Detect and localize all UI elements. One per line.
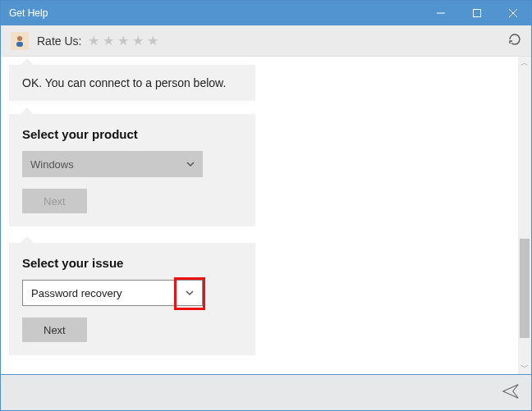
- svg-rect-5: [16, 42, 23, 47]
- send-button[interactable]: [502, 382, 520, 404]
- title-bar: Get Help: [1, 1, 531, 25]
- message-text: OK. You can connect to a person below.: [22, 76, 226, 89]
- rate-us-label: Rate Us:: [37, 34, 81, 48]
- scroll-track[interactable]: [518, 70, 531, 361]
- scroll-thumb[interactable]: [520, 239, 530, 338]
- product-select[interactable]: Windows: [22, 151, 203, 177]
- product-panel: Select your product Windows Next: [9, 114, 255, 226]
- rating-stars[interactable]: ★ ★ ★ ★ ★: [88, 34, 158, 48]
- scroll-up-icon[interactable]: ︿: [518, 57, 531, 70]
- window-title: Get Help: [9, 7, 48, 19]
- agent-message: OK. You can connect to a person below.: [9, 65, 255, 101]
- star-icon[interactable]: ★: [88, 34, 99, 48]
- issue-next-button[interactable]: Next: [22, 317, 87, 342]
- star-icon[interactable]: ★: [147, 34, 158, 48]
- toolbar: Rate Us: ★ ★ ★ ★ ★: [1, 25, 531, 57]
- product-selected-value: Windows: [30, 158, 178, 171]
- star-icon[interactable]: ★: [132, 34, 144, 48]
- svg-rect-1: [474, 10, 481, 17]
- star-icon[interactable]: ★: [103, 34, 114, 48]
- issue-select[interactable]: Password recovery: [22, 280, 203, 306]
- message-input-bar: [1, 374, 531, 410]
- scroll-down-icon[interactable]: ﹀: [518, 361, 531, 374]
- chevron-down-icon: [178, 151, 203, 177]
- product-next-button[interactable]: Next: [22, 189, 87, 213]
- product-heading: Select your product: [22, 127, 242, 141]
- agent-avatar-icon: [11, 32, 29, 50]
- svg-point-4: [17, 36, 22, 41]
- issue-heading: Select your issue: [22, 256, 242, 270]
- issue-panel: Select your issue Password recovery Next: [9, 243, 255, 355]
- minimize-button[interactable]: [423, 1, 459, 25]
- chat-content: OK. You can connect to a person below. S…: [1, 57, 518, 374]
- maximize-button[interactable]: [459, 1, 495, 25]
- refresh-button[interactable]: [508, 33, 521, 49]
- scrollbar[interactable]: ︿ ﹀: [518, 57, 531, 374]
- issue-selected-value: Password recovery: [31, 287, 177, 299]
- chevron-down-icon[interactable]: [177, 281, 202, 305]
- star-icon[interactable]: ★: [117, 34, 129, 48]
- close-button[interactable]: [495, 1, 531, 25]
